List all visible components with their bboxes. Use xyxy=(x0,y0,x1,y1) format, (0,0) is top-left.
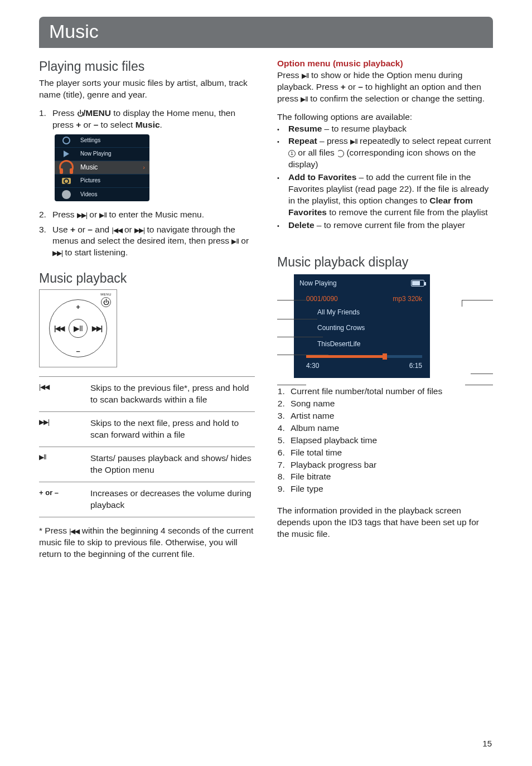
prev-icon: |◀◀ xyxy=(69,527,79,535)
file-count: 0001/0090 xyxy=(306,294,338,303)
menu-item-pictures: Pictures xyxy=(78,177,149,185)
repeat-one-icon: 1 xyxy=(288,150,296,157)
legend-item: File bitrate xyxy=(287,471,493,483)
display-legend-list: Current file number/total number of file… xyxy=(277,386,493,495)
control-desc-next: Skips to the next file, press and hold t… xyxy=(90,418,255,441)
now-playing-screenshot-wrapper: Now Playing 0001/0090 mp3 320k All My Fr… xyxy=(277,274,493,378)
option-resume: Resume – to resume playback xyxy=(288,123,493,135)
artist-name: Counting Crows xyxy=(294,319,430,334)
next-icon: ▶▶| xyxy=(39,418,85,441)
heading-option-menu: Option menu (music playback) xyxy=(277,58,493,70)
legend-item: Playback progress bar xyxy=(287,459,493,471)
home-menu-screenshot: Settings Now Playing Music› Pictures Vid… xyxy=(55,134,149,201)
play-triangle-icon xyxy=(64,151,69,157)
control-desc-prev: Skips to the previous file*, press and h… xyxy=(90,382,255,406)
videos-icon xyxy=(62,190,71,199)
option-menu-paragraph: Press ▶II to show or hide the Option men… xyxy=(277,70,493,105)
intro-paragraph: The player sorts your music files by art… xyxy=(39,77,255,101)
prev-icon: |◀◀ xyxy=(54,324,64,333)
play-pause-icon: ▶II xyxy=(39,453,85,476)
play-pause-icon: ▶II xyxy=(74,323,83,334)
camera-icon xyxy=(62,178,71,184)
option-repeat: Repeat – press ▶II repeatedly to select … xyxy=(288,135,493,171)
menu-item-videos: Videos xyxy=(78,191,149,198)
legend-item: File type xyxy=(287,483,493,495)
next-icon: ▶▶| xyxy=(77,211,87,219)
play-pause-icon: ▶II xyxy=(301,95,308,103)
heading-playback-display: Music playback display xyxy=(277,254,493,271)
closing-paragraph: The information provided in the playback… xyxy=(277,505,493,540)
option-delete: Delete – to remove current file from the… xyxy=(288,220,493,231)
elapsed-time: 4:30 xyxy=(306,361,319,370)
heading-music-playback: Music playback xyxy=(39,270,255,287)
progress-bar xyxy=(306,355,422,358)
controls-table: |◀◀ Skips to the previous file*, press a… xyxy=(39,376,255,517)
control-pad-illustration: MENU ⏻ + – |◀◀ ▶▶| ▶II xyxy=(39,289,117,367)
play-pause-icon: ▶II xyxy=(302,72,309,80)
settings-icon xyxy=(62,137,70,144)
page-number: 15 xyxy=(482,738,492,749)
step-number: 1. xyxy=(39,108,52,131)
prev-icon: |◀◀ xyxy=(112,226,122,234)
headphones-icon xyxy=(59,160,74,174)
menu-item-settings: Settings xyxy=(78,137,149,144)
menu-button-icon: MENU ⏻ xyxy=(100,292,112,307)
chevron-right-icon: › xyxy=(143,163,149,172)
plus-icon: + xyxy=(76,302,80,312)
play-pause-icon: ▶II xyxy=(231,237,239,245)
legend-item: Song name xyxy=(287,398,493,410)
legend-item: File total time xyxy=(287,447,493,459)
power-icon: ⏻ xyxy=(77,110,83,118)
next-icon: ▶▶| xyxy=(134,226,144,234)
control-desc-volume: Increases or decreases the volume during… xyxy=(90,488,255,511)
menu-item-music: Music xyxy=(78,163,143,172)
play-pause-icon: ▶II xyxy=(99,211,107,219)
legend-item: Elapsed playback time xyxy=(287,435,493,447)
power-icon: ⏻ xyxy=(103,298,109,307)
next-icon: ▶▶| xyxy=(92,324,102,333)
minus-icon: – xyxy=(76,346,80,356)
footnote-text: * Press |◀◀ within the beginning 4 secon… xyxy=(39,525,255,560)
total-time: 6:15 xyxy=(409,361,422,370)
codec-bitrate: mp3 320k xyxy=(393,294,422,303)
legend-item: Current file number/total number of file… xyxy=(287,386,493,397)
now-playing-header: Now Playing xyxy=(299,279,337,288)
step-1-text: Press ⏻/MENU to display the Home menu, t… xyxy=(52,108,255,131)
repeat-all-icon xyxy=(337,150,344,157)
battery-icon xyxy=(411,280,424,287)
options-available-text: The following options are available: xyxy=(277,111,493,123)
step-2-text: Press ▶▶| or ▶II to enter the Music menu… xyxy=(52,209,255,221)
control-desc-play: Starts/ pauses playback and shows/ hides… xyxy=(90,453,255,476)
volume-keys-label: + or – xyxy=(39,488,85,511)
play-pause-icon: ▶II xyxy=(350,138,357,146)
step-number: 3. xyxy=(39,224,52,259)
now-playing-screenshot: Now Playing 0001/0090 mp3 320k All My Fr… xyxy=(294,274,430,378)
step-number: 2. xyxy=(39,209,52,221)
option-favorites: Add to Favorites – to add the current fi… xyxy=(288,172,493,219)
menu-item-now-playing: Now Playing xyxy=(78,150,149,158)
legend-item: Album name xyxy=(287,423,493,434)
page-title-banner: Music xyxy=(39,17,493,48)
prev-icon: |◀◀ xyxy=(39,382,85,406)
step-3-text: Use + or – and |◀◀ or ▶▶| to navigate th… xyxy=(52,224,255,259)
song-name: All My Friends xyxy=(294,303,430,319)
next-icon: ▶▶| xyxy=(52,249,62,257)
heading-playing-music-files: Playing music files xyxy=(39,58,255,75)
legend-item: Artist name xyxy=(287,410,493,422)
